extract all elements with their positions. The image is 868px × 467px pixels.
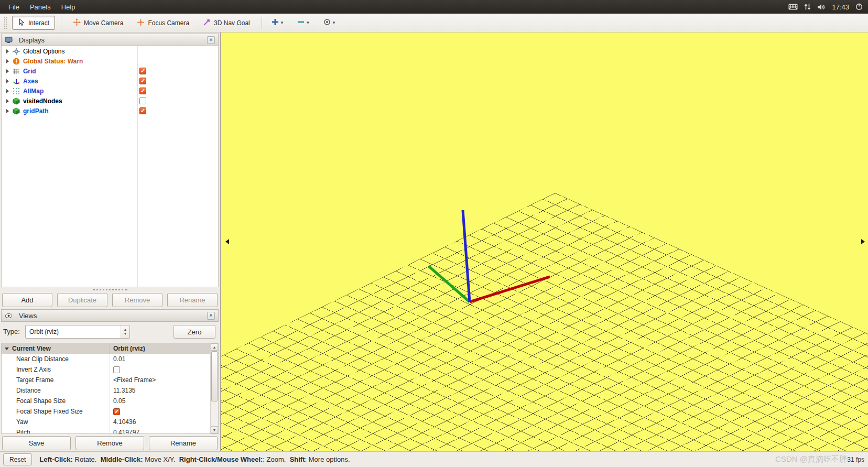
toolbar-drag-handle[interactable]: [4, 17, 7, 29]
dropdown-arrow-icon[interactable]: ▾: [307, 20, 309, 25]
views-table-scrollbar[interactable]: ▲ ▼: [210, 343, 218, 433]
display-item-gridpath[interactable]: gridPath: [2, 106, 218, 116]
axes-display-icon: [12, 77, 20, 85]
interact-hand-icon: [18, 18, 25, 28]
display-item-label: gridPath: [23, 107, 49, 115]
views-close-button[interactable]: ✕: [207, 312, 215, 320]
property-value: 11.3135: [113, 387, 136, 394]
enable-checkbox-visitednodes[interactable]: [139, 97, 146, 104]
view-property-yaw[interactable]: Yaw4.10436: [2, 417, 210, 427]
marker-display-icon: [12, 107, 20, 115]
dropdown-arrow-icon[interactable]: ▾: [333, 20, 335, 25]
checkbox-invert-z-axis[interactable]: [113, 366, 120, 373]
expander-icon[interactable]: [6, 99, 9, 103]
minus-tool-icon: [297, 18, 305, 28]
views-panel-header[interactable]: Views ✕: [1, 309, 219, 322]
z-axis-line: [463, 210, 470, 302]
view-property-distance[interactable]: Distance11.3135: [2, 385, 210, 396]
keyboard-icon[interactable]: [788, 4, 798, 10]
displays-remove-button[interactable]: Remove: [112, 293, 162, 307]
panel-resize-handle[interactable]: [93, 289, 127, 290]
expander-icon[interactable]: [6, 89, 9, 93]
combobox-spinner-icon[interactable]: ▲▼: [121, 325, 129, 338]
view-type-combobox[interactable]: Orbit (rviz) ▲▼: [25, 325, 130, 339]
grid-display-icon: [12, 67, 20, 75]
zero-button[interactable]: Zero: [173, 325, 215, 339]
tool-minus-tool-button[interactable]: ▾: [294, 16, 312, 30]
menu-panels[interactable]: Panels: [25, 1, 56, 13]
view-property-pitch[interactable]: Pitch0.419797: [2, 427, 210, 433]
display-item-global-options[interactable]: Global Options: [2, 46, 218, 56]
menu-help[interactable]: Help: [56, 1, 81, 13]
collapse-right-arrow[interactable]: [861, 239, 865, 244]
dropdown-arrow-icon[interactable]: ▾: [281, 20, 284, 25]
view-property-focal-shape-fixed-size[interactable]: Focal Shape Fixed Size: [2, 406, 210, 417]
displays-monitor-icon: [5, 36, 13, 44]
display-item-allmap[interactable]: AllMap: [2, 86, 218, 96]
property-key: Pitch: [16, 429, 30, 433]
menu-file[interactable]: File: [3, 1, 25, 13]
enable-checkbox-grid[interactable]: [139, 68, 146, 74]
displays-duplicate-button[interactable]: Duplicate: [57, 293, 107, 307]
expander-icon[interactable]: [6, 79, 9, 83]
tool-move-camera-button[interactable]: Move Camera: [67, 16, 129, 30]
viewport[interactable]: [221, 32, 868, 451]
focus-camera-icon: [137, 18, 145, 28]
view-property-current-view[interactable]: Current ViewOrbit (rviz): [2, 343, 210, 354]
displays-tree: Global OptionsGlobal Status: WarnGridAxe…: [1, 46, 219, 287]
enable-checkbox-axes[interactable]: [139, 78, 146, 84]
views-property-table: Current ViewOrbit (rviz)Near Clip Distan…: [1, 343, 219, 434]
display-item-label: Axes: [23, 78, 38, 85]
scroll-down-button[interactable]: ▼: [211, 426, 218, 433]
rviz-window: FilePanelsHelp 17:43 InteractMove Camera…: [0, 0, 868, 467]
view-property-focal-shape-size[interactable]: Focal Shape Size0.05: [2, 396, 210, 406]
displays-add-button[interactable]: Add: [2, 293, 52, 307]
tool-3d-nav-goal-button[interactable]: 3D Nav Goal: [197, 16, 256, 30]
property-key: Current View: [12, 345, 51, 352]
left-panel-area: Displays ✕ Global OptionsGlobal Status: …: [0, 32, 221, 451]
expander-down-icon[interactable]: [5, 347, 9, 350]
tool-plus-tool-button[interactable]: ▾: [268, 16, 287, 30]
property-key: Invert Z Axis: [16, 366, 51, 373]
power-icon[interactable]: [855, 3, 863, 10]
property-key: Focal Shape Fixed Size: [16, 408, 83, 415]
display-item-global-status-warn[interactable]: Global Status: Warn: [2, 56, 218, 66]
scroll-up-button[interactable]: ▲: [211, 343, 218, 351]
expander-icon[interactable]: [6, 69, 9, 73]
scrollbar-thumb[interactable]: [211, 351, 218, 401]
display-item-grid[interactable]: Grid: [2, 66, 218, 76]
clock: 17:43: [832, 3, 849, 11]
displays-rename-button[interactable]: Rename: [167, 293, 218, 307]
display-item-visitednodes[interactable]: visitedNodes: [2, 96, 218, 106]
reset-button[interactable]: Reset: [3, 453, 32, 465]
views-rename-button[interactable]: Rename: [149, 436, 218, 450]
checkbox-focal-shape-fixed-size[interactable]: [113, 408, 120, 415]
toolbar-icon-tools: ▾▾▾: [268, 16, 339, 30]
move-camera-icon: [73, 18, 81, 28]
display-item-axes[interactable]: Axes: [2, 76, 218, 86]
expander-icon[interactable]: [6, 59, 9, 63]
views-table-rows: Current ViewOrbit (rviz)Near Clip Distan…: [2, 343, 210, 433]
power-menu-icon[interactable]: [855, 3, 863, 10]
displays-close-button[interactable]: ✕: [207, 36, 215, 44]
view-property-near-clip-distance[interactable]: Near Clip Distance0.01: [2, 354, 210, 364]
expander-icon[interactable]: [6, 49, 9, 53]
tool-focus-camera-button[interactable]: Focus Camera: [131, 16, 195, 30]
collapse-left-arrow[interactable]: [225, 239, 229, 244]
fps-counter: 31 fps: [847, 456, 864, 463]
views-remove-button[interactable]: Remove: [75, 436, 144, 450]
toolbar: InteractMove CameraFocus Camera3D Nav Go…: [0, 14, 868, 32]
statusbar-hint: Left-Click: Rotate. Middle-Click: Move X…: [39, 455, 350, 463]
tool-record-tool-button[interactable]: ▾: [320, 16, 339, 30]
enable-checkbox-gridpath[interactable]: [139, 107, 146, 114]
volume-icon[interactable]: [817, 4, 826, 10]
expander-icon[interactable]: [6, 109, 9, 113]
updown-arrows-icon[interactable]: [804, 3, 811, 10]
map-display-icon: [12, 87, 20, 95]
view-property-target-frame[interactable]: Target Frame<Fixed Frame>: [2, 375, 210, 385]
displays-panel-header[interactable]: Displays ✕: [1, 34, 219, 46]
enable-checkbox-allmap[interactable]: [139, 88, 146, 94]
tool-interact-button[interactable]: Interact: [12, 16, 55, 30]
view-property-invert-z-axis[interactable]: Invert Z Axis: [2, 364, 210, 375]
views-save-button[interactable]: Save: [2, 436, 71, 450]
